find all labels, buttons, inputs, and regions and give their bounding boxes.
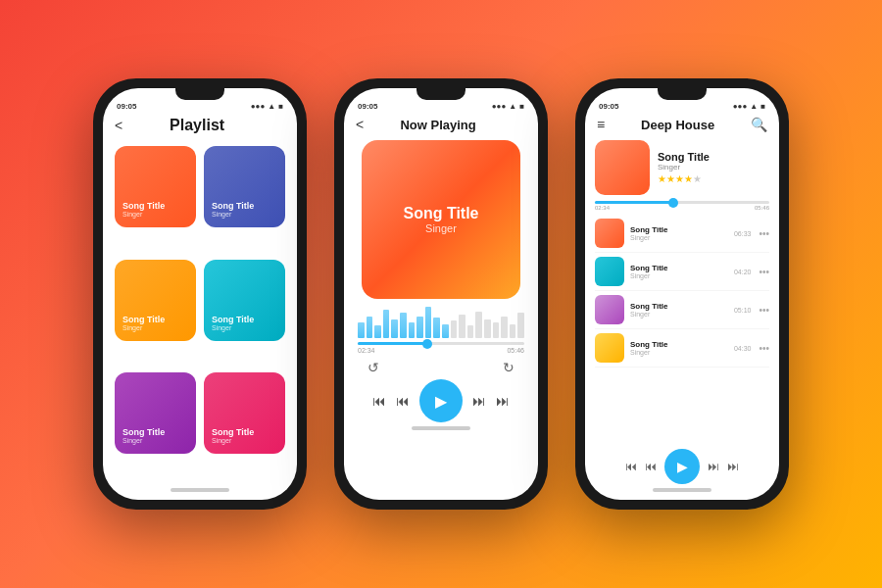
phone-deep-house: 09:05 ●●● ▲ ■ ≡ Deep House 🔍 Song Title …: [575, 78, 789, 510]
dh-playback-controls: ⏮ ⏮ ▶ ⏭ ⏭: [585, 445, 779, 488]
dh-progress-fill: [595, 201, 673, 204]
replay-icon[interactable]: ↺: [368, 360, 379, 375]
song-grid: Song Title Singer Song Title Singer Song…: [103, 140, 297, 488]
time-3: 09:05: [599, 102, 618, 111]
dh-prev[interactable]: ⏮: [645, 460, 657, 473]
forward-icon[interactable]: ↻: [503, 360, 514, 375]
next-button[interactable]: ⏭: [472, 393, 486, 409]
home-indicator-2: [412, 426, 470, 430]
featured-info: Song Title Singer ★★★★★: [658, 151, 769, 184]
star-rating: ★★★★★: [658, 173, 769, 184]
phones-container: 09:05 ●●● ▲ ■ < Playlist Song Title Sing…: [93, 78, 789, 510]
dh-forward[interactable]: ⏭: [727, 460, 739, 473]
featured-singer: Singer: [658, 163, 769, 172]
time-2: 09:05: [358, 102, 377, 111]
progress-fill: [358, 342, 427, 345]
back-button-1[interactable]: <: [115, 118, 122, 133]
album-art: Song Title Singer: [362, 140, 520, 299]
song-card-2[interactable]: Song Title Singer: [204, 146, 285, 227]
song-card-4[interactable]: Song Title Singer: [204, 260, 285, 341]
list-thumb-4: [595, 333, 624, 363]
list-item-3[interactable]: Song Title Singer 05:10 •••: [595, 291, 769, 329]
rewind-button[interactable]: ⏮: [372, 393, 386, 409]
list-thumb-1: [595, 219, 624, 248]
playback-controls: ⏮ ⏮ ▶ ⏭ ⏭: [344, 377, 538, 426]
now-playing-title: Now Playing: [364, 118, 526, 132]
song-list: Song Title Singer 06:33 ••• Song Title S…: [585, 215, 779, 445]
waveform: [358, 307, 524, 338]
menu-icon[interactable]: ≡: [597, 117, 605, 132]
more-icon-2[interactable]: •••: [759, 267, 769, 277]
list-item-1[interactable]: Song Title Singer 06:33 •••: [595, 215, 769, 253]
home-indicator-3: [653, 488, 711, 492]
dh-progress[interactable]: 02:34 05:46: [585, 201, 779, 215]
more-icon-4[interactable]: •••: [759, 343, 769, 354]
list-item-2[interactable]: Song Title Singer 04:20 •••: [595, 253, 769, 291]
song-card-5[interactable]: Song Title Singer: [115, 372, 196, 454]
song-card-6[interactable]: Song Title Singer: [204, 372, 285, 454]
dh-time-total: 05:46: [755, 205, 769, 211]
time-total: 05:46: [507, 347, 524, 354]
status-icons-1: ●●● ▲ ■: [251, 102, 283, 111]
featured-title: Song Title: [658, 151, 769, 163]
dh-time-current: 02:34: [595, 205, 610, 211]
album-title: Song Title: [403, 205, 478, 222]
song-card-3[interactable]: Song Title Singer: [115, 260, 196, 341]
forward-button[interactable]: ⏭: [496, 393, 510, 409]
deep-house-header: ≡ Deep House 🔍: [585, 113, 779, 136]
progress-section[interactable]: 02:34 05:46: [344, 342, 538, 358]
deep-house-title: Deep House: [605, 118, 751, 132]
time-labels: 02:34 05:46: [358, 347, 524, 354]
featured-song: Song Title Singer ★★★★★: [585, 136, 779, 201]
notch: [175, 88, 224, 100]
notch-2: [416, 88, 466, 100]
back-button-2[interactable]: <: [356, 117, 364, 132]
more-icon-1[interactable]: •••: [759, 228, 769, 239]
list-thumb-3: [595, 295, 624, 324]
playlist-title: Playlist: [122, 117, 285, 134]
now-playing-header: < Now Playing: [344, 113, 538, 136]
time-1: 09:05: [117, 102, 136, 111]
dh-time-labels: 02:34 05:46: [595, 205, 769, 211]
song-card-1[interactable]: Song Title Singer: [115, 146, 196, 227]
progress-thumb: [422, 339, 432, 349]
home-indicator-1: [171, 488, 229, 492]
search-icon[interactable]: 🔍: [751, 117, 767, 132]
dh-next[interactable]: ⏭: [708, 460, 719, 473]
nav-bar-1: < Playlist: [103, 113, 297, 140]
notch-3: [658, 88, 707, 100]
progress-bar[interactable]: [358, 342, 524, 345]
extra-controls: ↺ ↻: [344, 358, 538, 377]
list-thumb-2: [595, 257, 624, 286]
list-item-4[interactable]: Song Title Singer 04:30 •••: [595, 329, 769, 368]
featured-thumb: [595, 140, 650, 195]
dh-rewind[interactable]: ⏮: [625, 460, 637, 473]
more-icon-3[interactable]: •••: [759, 305, 769, 316]
time-current: 02:34: [358, 347, 375, 354]
phone-playlist: 09:05 ●●● ▲ ■ < Playlist Song Title Sing…: [93, 78, 307, 510]
dh-play-button[interactable]: ▶: [664, 449, 700, 484]
play-button[interactable]: ▶: [419, 379, 463, 422]
album-singer: Singer: [425, 222, 457, 234]
prev-button[interactable]: ⏮: [396, 393, 410, 409]
phone-now-playing: 09:05 ●●● ▲ ■ < Now Playing Song Title S…: [334, 78, 548, 510]
